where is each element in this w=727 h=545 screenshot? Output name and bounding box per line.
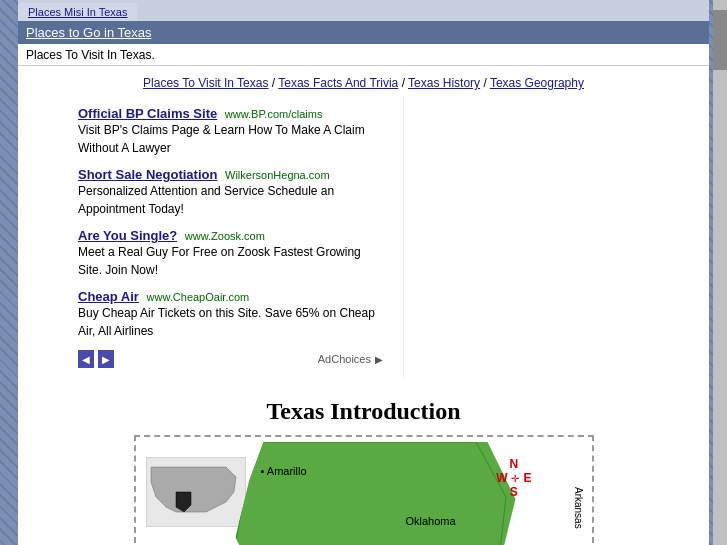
ad-item-2: Short Sale Negotiation WilkersonHegna.co… — [78, 167, 383, 218]
main-content: Texas Introduction — [18, 378, 709, 545]
nav-links: Places To Visit In Texas / Texas Facts A… — [18, 66, 709, 96]
arkansas-label: Arkansas — [573, 487, 584, 529]
ad-title-2[interactable]: Short Sale Negotiation — [78, 167, 217, 182]
ad-desc-1: Visit BP's Claims Page & Learn How To Ma… — [78, 121, 383, 157]
compass-w: W — [496, 471, 507, 485]
ad-desc-2: Personalized Attention and Service Sched… — [78, 182, 383, 218]
ad-title-3[interactable]: Are You Single? — [78, 228, 177, 243]
ad-desc-3: Meet a Real Guy For Free on Zoosk Fastes… — [78, 243, 383, 279]
section-title: Texas Introduction — [48, 398, 679, 425]
ad-url-3: www.Zoosk.com — [185, 230, 265, 242]
header-bar: Places to Go in Texas — [18, 21, 709, 44]
subtitle-text: Places To Visit In Texas. — [26, 48, 155, 62]
compass-cross: ✛ — [511, 473, 519, 484]
tab-label: Places Misi In Texas — [28, 6, 127, 18]
compass-s: S — [496, 485, 531, 499]
svg-marker-1 — [236, 442, 506, 545]
compass-e: E — [523, 471, 531, 485]
nav-link-places[interactable]: Places To Visit In Texas — [143, 76, 268, 90]
ad-url-4: www.CheapOair.com — [147, 291, 250, 303]
ad-url-1: www.BP.com/claims — [225, 108, 323, 120]
ad-title-4[interactable]: Cheap Air — [78, 289, 139, 304]
texas-state-map — [236, 442, 516, 545]
page-tab[interactable]: Places Misi In Texas — [18, 3, 137, 21]
left-decoration — [0, 0, 18, 545]
ad-desc-4: Buy Cheap Air Tickets on this Site. Save… — [78, 304, 383, 340]
ad-item-3: Are You Single? www.Zoosk.com Meet a Rea… — [78, 228, 383, 279]
scrollbar[interactable] — [713, 0, 727, 545]
nav-link-facts[interactable]: Texas Facts And Trivia — [278, 76, 398, 90]
ad-choices-icon: ▶ — [375, 354, 383, 365]
ad-item-4: Cheap Air www.CheapOair.com Buy Cheap Ai… — [78, 289, 383, 340]
compass: N W ✛ E S — [496, 457, 531, 499]
city-oklahoma: Oklahoma — [406, 515, 456, 527]
site-title-link[interactable]: Places to Go in Texas — [26, 25, 152, 40]
nav-link-geography[interactable]: Texas Geography — [490, 76, 584, 90]
ad-prev-button[interactable]: ◀ — [78, 350, 94, 368]
ad-url-2: WilkersonHegna.com — [225, 169, 330, 181]
nav-link-history[interactable]: Texas History — [408, 76, 480, 90]
subtitle-bar: Places To Visit In Texas. — [18, 44, 709, 66]
compass-n: N — [496, 457, 531, 471]
city-amarillo: • Amarillo — [261, 465, 307, 477]
ad-title-1[interactable]: Official BP Claims Site — [78, 106, 217, 121]
scroll-thumb[interactable] — [713, 10, 727, 70]
ad-choices-label: AdChoices — [318, 353, 371, 365]
texas-map-container: • Amarillo • Lubbock Oklahoma • Denton D… — [134, 435, 594, 545]
us-map-small — [146, 457, 246, 527]
ad-item-1: Official BP Claims Site www.BP.com/claim… — [78, 106, 383, 157]
ad-next-button[interactable]: ▶ — [98, 350, 114, 368]
ad-navigation: ◀ ▶ AdChoices ▶ — [78, 350, 383, 368]
